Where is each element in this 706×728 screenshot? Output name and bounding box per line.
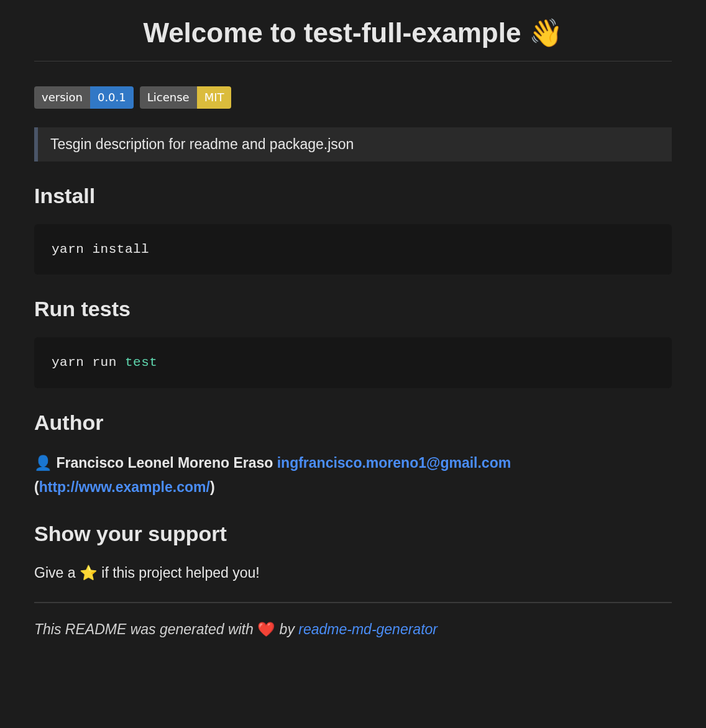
install-code: yarn install xyxy=(34,224,672,275)
person-icon: 👤 xyxy=(34,455,52,471)
code-keyword: test xyxy=(125,355,157,370)
author-heading: Author xyxy=(34,407,672,439)
support-prefix: Give a xyxy=(34,565,80,581)
generator-link[interactable]: readme-md-generator xyxy=(298,621,438,637)
author-info: 👤 Francisco Leonel Moreno Eraso ingfranc… xyxy=(34,451,672,499)
badge-label: License xyxy=(140,86,197,109)
code-text: yarn run xyxy=(52,355,125,370)
run-tests-heading: Run tests xyxy=(34,293,672,325)
support-suffix: if this project helped you! xyxy=(98,565,260,581)
description-blockquote: Tesgin description for readme and packag… xyxy=(34,127,672,162)
badge-value: MIT xyxy=(197,86,232,109)
page-title: Welcome to test-full-example 👋 xyxy=(34,12,672,61)
badges-row: version 0.0.1 License MIT xyxy=(34,86,672,109)
run-tests-code: yarn run test xyxy=(34,337,672,388)
footer-mid: by xyxy=(275,621,298,637)
install-heading: Install xyxy=(34,180,672,212)
version-badge: version 0.0.1 xyxy=(34,86,134,109)
footer-prefix: This README was generated with xyxy=(34,621,257,637)
footer-text: This README was generated with ❤️ by rea… xyxy=(34,619,672,640)
support-heading: Show your support xyxy=(34,518,672,550)
star-icon: ⭐️ xyxy=(80,565,98,581)
author-email-link[interactable]: ingfrancisco.moreno1@gmail.com xyxy=(277,455,511,471)
support-text: Give a ⭐️ if this project helped you! xyxy=(34,562,672,584)
license-badge: License MIT xyxy=(140,86,232,109)
heart-icon: ❤️ xyxy=(257,621,275,637)
author-name: Francisco Leonel Moreno Eraso xyxy=(56,455,273,471)
badge-value: 0.0.1 xyxy=(90,86,134,109)
divider xyxy=(34,602,672,603)
author-website-link[interactable]: http://www.example.com/ xyxy=(39,479,210,495)
badge-label: version xyxy=(34,86,90,109)
